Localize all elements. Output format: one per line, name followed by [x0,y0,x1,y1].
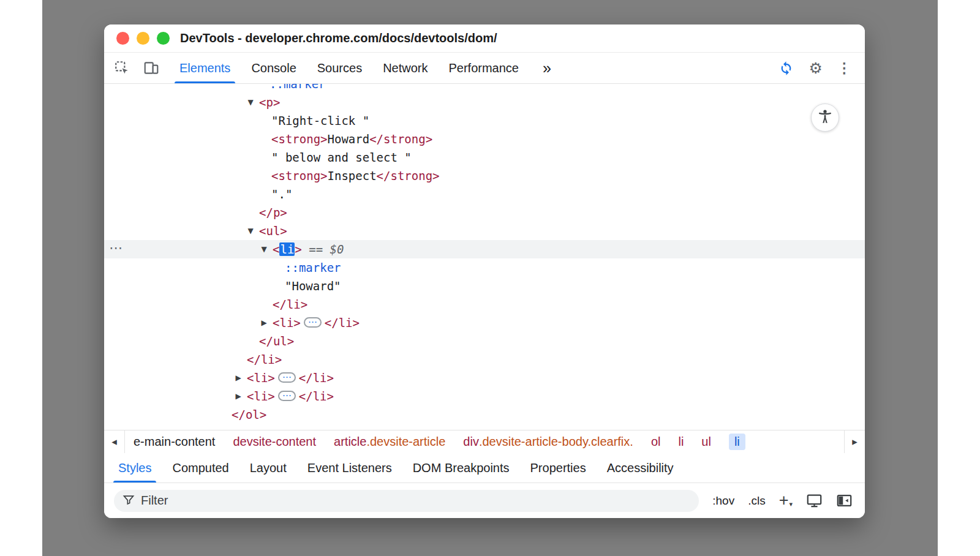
dom-tree-line[interactable]: </li> [104,350,865,369]
filter-input[interactable] [141,494,690,508]
dom-tree-line[interactable]: ⋯▼<li> == $0 [104,240,865,258]
rendering-emulations-icon[interactable] [806,492,823,509]
dropdown-caret-icon: ▾ [789,501,793,508]
tree-expanded-arrow-icon[interactable]: ▼ [244,222,257,240]
dom-segment-marker: ::marker [285,261,341,274]
dom-segment-text: Inspect [328,169,377,182]
dom-segment-string: "Right-click " [271,114,369,127]
dom-segment-string: "Howard" [285,279,341,293]
dom-segment-tag: </li> [273,298,307,311]
breadcrumb-item[interactable]: li [678,435,684,449]
dom-tree-line[interactable]: ::marker [104,84,865,93]
tree-collapsed-arrow-icon[interactable]: ▶ [232,387,244,405]
tab-console[interactable]: Console [241,53,306,83]
tab-layout[interactable]: Layout [239,453,297,483]
tab-elements[interactable]: Elements [169,53,241,83]
tab-sources[interactable]: Sources [307,53,372,83]
more-tabs-button[interactable]: » [533,53,561,83]
dom-segment-tag: </strong> [369,132,432,146]
toggle-sidebar-icon[interactable] [836,492,853,509]
dom-segment-tag: <ul> [259,224,287,238]
tree-expanded-arrow-icon[interactable]: ▼ [244,93,257,111]
breadcrumb-item[interactable]: article.devsite-article [334,435,445,449]
device-toolbar-icon[interactable] [143,60,159,76]
dom-segment-tag: </li> [247,353,282,366]
tab-styles[interactable]: Styles [108,453,162,483]
dom-segment-dollar: $0 [330,242,344,256]
settings-gear-icon[interactable]: ⚙ [809,61,823,76]
dom-segment-string: " below and select " [271,151,412,164]
kebab-menu-icon[interactable]: ⋮ [837,61,851,75]
tab-computed[interactable]: Computed [162,453,239,483]
toggle-element-state-button[interactable]: :hov [712,494,734,508]
tree-collapsed-arrow-icon[interactable]: ▶ [232,369,244,387]
dom-segment-tag: <strong> [271,169,328,182]
toolbar-left-icons [114,53,169,83]
tab-network[interactable]: Network [372,53,438,83]
collapsed-content-ellipsis-icon[interactable]: ⋯ [304,317,322,328]
dom-tree-line[interactable]: "Howard" [104,277,865,295]
dom-tree-line[interactable]: "Right-click " [104,111,865,130]
breadcrumb-part: e-main-content [134,435,215,449]
collapsed-content-ellipsis-icon[interactable]: ⋯ [278,372,296,383]
tree-collapsed-arrow-icon[interactable]: ▶ [258,314,270,332]
window-titlebar: DevTools - developer.chrome.com/docs/dev… [104,24,865,53]
styles-filter-bar: :hov .cls +▾ [104,483,865,518]
new-style-rule-button[interactable]: +▾ [779,492,793,509]
tab-dom-breakpoints[interactable]: DOM Breakpoints [402,453,520,483]
dom-tree: ::marker▼<p>"Right-click "<strong>Howard… [104,84,865,430]
tab-event-listeners[interactable]: Event Listeners [297,453,402,483]
dom-segment-tag: > [295,242,301,256]
dom-segment-tag: </ol> [232,408,266,421]
collapsed-content-ellipsis-icon[interactable]: ⋯ [278,391,296,401]
dom-tree-line[interactable]: <strong>Inspect</strong> [104,167,865,185]
traffic-lights [116,32,170,45]
dom-tree-line[interactable]: ▼<p> [104,93,865,111]
dom-tree-line[interactable]: " below and select " [104,148,865,167]
dom-tree-line[interactable]: ▶<li>⋯</li> [104,314,865,332]
breadcrumb-item[interactable]: div.devsite-article-body.clearfix. [463,435,633,449]
filter-pill [114,490,699,512]
dom-tree-line[interactable]: ▶<li>⋯</li> [104,387,865,405]
dom-segment-marker: ::marker [270,84,326,91]
dom-tree-line[interactable]: </ol> [104,405,865,424]
dom-segment-tag: <p> [259,96,280,109]
tab-performance[interactable]: Performance [439,53,530,83]
breadcrumb-part: div [463,435,479,449]
dom-tree-line[interactable]: ▼<ul> [104,222,865,240]
dom-tree-line[interactable]: ::marker [104,258,865,277]
minimize-button[interactable] [137,32,149,45]
breadcrumb-part: .devsite-article-body.clearfix. [479,435,633,449]
dom-tree-line[interactable]: ▶<li>⋯</li> [104,369,865,387]
dom-tree-line[interactable]: </p> [104,203,865,222]
node-options-ellipsis-icon[interactable]: ⋯ [109,239,123,257]
dom-segment-tag: < [273,242,279,256]
zoom-button[interactable] [157,32,170,45]
breadcrumb-item[interactable]: e-main-content [134,435,215,449]
breadcrumb-item[interactable]: devsite-content [233,435,316,449]
breadcrumb-scroll-right-icon[interactable]: ▸ [844,430,865,453]
tree-expanded-arrow-icon[interactable]: ▼ [258,240,270,258]
dom-segment-seltag: li [279,242,295,256]
dom-segment-tag: </li> [325,316,360,329]
dom-tree-line[interactable]: "." [104,185,865,203]
dom-segment-tag: <li> [247,389,275,403]
devtools-window: DevTools - developer.chrome.com/docs/dev… [104,24,865,518]
inspect-element-icon[interactable] [114,60,130,76]
breadcrumb-item[interactable]: ul [701,435,711,449]
sync-blue-icon[interactable] [778,60,794,77]
breadcrumb-part: .devsite-article [366,435,445,449]
close-button[interactable] [116,32,129,45]
window-title: DevTools - developer.chrome.com/docs/dev… [180,31,497,45]
dom-tree-line[interactable]: </li> [104,295,865,314]
styles-tabs: StylesComputedLayoutEvent ListenersDOM B… [104,453,865,483]
element-classes-button[interactable]: .cls [748,494,766,508]
breadcrumb-part: li [734,435,740,449]
tab-accessibility[interactable]: Accessibility [597,453,684,483]
breadcrumb-item[interactable]: li [729,434,745,450]
breadcrumb-scroll-left-icon[interactable]: ◂ [104,430,125,453]
dom-tree-line[interactable]: <strong>Howard</strong> [104,130,865,148]
breadcrumb-item[interactable]: ol [651,435,661,449]
tab-properties[interactable]: Properties [520,453,597,483]
dom-tree-line[interactable]: </ul> [104,332,865,350]
